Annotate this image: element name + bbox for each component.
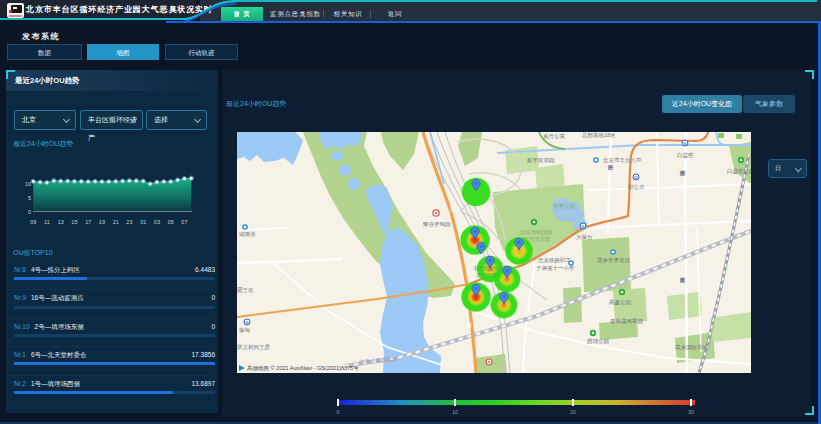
- svg-text:03: 03: [154, 219, 160, 225]
- svg-text:07: 07: [181, 219, 187, 225]
- svg-text:拱义村回王房: 拱义村回王房: [237, 344, 271, 351]
- svg-text:子弟第十一小学: 子弟第十一小学: [536, 265, 575, 271]
- svg-text:10: 10: [25, 181, 31, 187]
- svg-text:绣球公园: 绣球公园: [587, 338, 609, 345]
- svg-text:13: 13: [58, 219, 64, 225]
- svg-text:聚谷伊甸园: 聚谷伊甸园: [423, 221, 451, 228]
- svg-text:19: 19: [99, 219, 105, 225]
- svg-text:丰台区循环经: 丰台区循环经: [473, 265, 503, 272]
- svg-text:新宇双加园: 新宇双加园: [527, 157, 555, 164]
- svg-text:葆甸: 葆甸: [239, 327, 250, 333]
- svg-text:高德地图 © 2021 AutoNavi - GS(2021: 高德地图 © 2021 AutoNavi - GS(2021)6375号: [247, 365, 359, 372]
- svg-text:05: 05: [168, 219, 174, 225]
- svg-text:15: 15: [71, 219, 77, 225]
- svg-text:郭公庄: 郭公庄: [628, 184, 645, 191]
- svg-text:济产业园: 济产业园: [476, 272, 496, 279]
- svg-text:白盆窑: 白盆窑: [677, 152, 694, 159]
- svg-text:世界公园: 世界公园: [553, 203, 575, 210]
- svg-text:北京铁路职工: 北京铁路职工: [537, 257, 572, 264]
- svg-text:花乡世界名店: 花乡世界名店: [597, 257, 631, 264]
- svg-text:泰保康闲家园: 泰保康闲家园: [610, 318, 643, 325]
- svg-text:11: 11: [44, 219, 50, 225]
- svg-text:0: 0: [28, 209, 31, 215]
- svg-text:高鑫公园: 高鑫公园: [609, 299, 631, 306]
- svg-text:大葆台: 大葆台: [576, 234, 593, 240]
- svg-text:5: 5: [28, 195, 31, 201]
- svg-text:霸王坟: 霸王坟: [237, 287, 254, 294]
- svg-text:北京市丰台八中: 北京市丰台八中: [602, 157, 642, 164]
- svg-text:白盆窑公园: 白盆窑公园: [727, 168, 751, 175]
- svg-text:23: 23: [126, 219, 132, 225]
- svg-text:21: 21: [113, 219, 119, 225]
- svg-text:总部基地18区: 总部基地18区: [581, 132, 616, 139]
- svg-text:17: 17: [85, 219, 91, 225]
- svg-text:北京华科国际: 北京华科国际: [519, 229, 554, 236]
- svg-text:花乡国际茶城: 花乡国际茶城: [675, 344, 709, 351]
- svg-text:城隍庙: 城隍庙: [238, 231, 256, 237]
- svg-text:看丹公寓: 看丹公寓: [543, 133, 566, 140]
- svg-text:01: 01: [140, 219, 146, 225]
- svg-text:阳光倶乐部: 阳光倶乐部: [523, 236, 551, 243]
- svg-text:09: 09: [30, 219, 36, 225]
